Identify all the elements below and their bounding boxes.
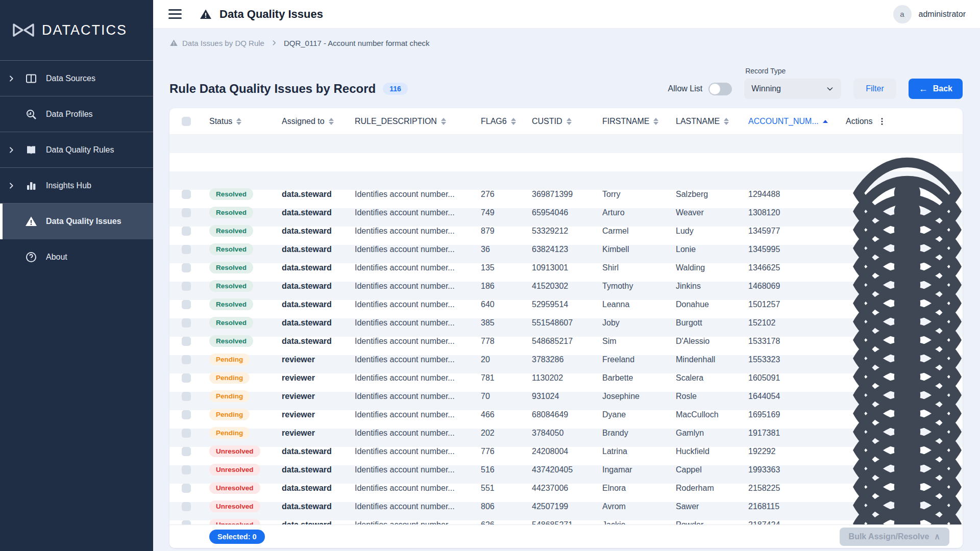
allow-list-toggle[interactable]	[708, 83, 732, 95]
hamburger-menu-icon[interactable]	[168, 9, 182, 19]
sidebar-item-insights-hub[interactable]: Insights Hub	[0, 168, 153, 204]
account-num-cell: 1346625	[748, 263, 846, 272]
status-badge: Unresolved	[209, 519, 260, 524]
back-button[interactable]: ← Back	[909, 79, 963, 99]
status-badge: Resolved	[209, 243, 253, 255]
lastname-cell: Salzberg	[676, 190, 748, 199]
sort-icon[interactable]	[329, 118, 334, 125]
row-checkbox[interactable]	[182, 208, 191, 217]
column-header-assigned-to[interactable]: Assigned to	[282, 117, 355, 126]
status-badge: Unresolved	[209, 500, 260, 512]
custid-cell: 68084649	[532, 410, 602, 419]
row-checkbox[interactable]	[182, 484, 191, 493]
custid-cell: 53329212	[532, 227, 602, 236]
filter-button[interactable]: Filter	[853, 79, 896, 99]
assigned-to-cell: data.steward	[282, 282, 355, 291]
firstname-cell: Avrom	[602, 502, 676, 511]
custid-cell: 1130202	[532, 373, 602, 383]
row-checkbox[interactable]	[182, 355, 191, 364]
sort-icon[interactable]	[567, 118, 572, 125]
sidebar-item-data-quality-rules[interactable]: Data Quality Rules	[0, 132, 153, 168]
row-checkbox[interactable]	[182, 373, 191, 383]
custid-cell: 3784050	[532, 429, 602, 438]
rule-description-cell: Identifies account number...	[355, 337, 481, 346]
status-badge: Unresolved	[209, 482, 260, 494]
column-header-status[interactable]: Status	[209, 117, 282, 126]
account-num-cell: 1308120	[748, 208, 846, 217]
row-checkbox[interactable]	[182, 318, 191, 328]
record-type-select[interactable]: Winning	[744, 79, 841, 99]
column-header-rule-description[interactable]: RULE_DESCRIPTION	[355, 117, 481, 126]
row-checkbox[interactable]	[182, 465, 191, 474]
bar-chart-icon	[24, 179, 38, 192]
row-checkbox[interactable]	[182, 227, 191, 236]
row-checkbox[interactable]	[182, 190, 191, 199]
status-badge: Resolved	[209, 207, 253, 218]
row-checkbox[interactable]	[182, 263, 191, 272]
sidebar-item-about[interactable]: About	[0, 239, 153, 275]
row-checkbox[interactable]	[182, 337, 191, 346]
table-row: Resolveddata.stewardIdentifies account n…	[169, 171, 963, 190]
select-all-checkbox[interactable]	[182, 117, 191, 126]
row-checkbox[interactable]	[182, 392, 191, 401]
sidebar-item-data-profiles[interactable]: Data Profiles	[0, 96, 153, 132]
row-checkbox[interactable]	[182, 410, 191, 419]
assigned-to-cell: data.steward	[282, 465, 355, 474]
record-type-label: Record Type	[745, 67, 841, 75]
row-checkbox[interactable]	[182, 282, 191, 291]
row-checkbox[interactable]	[182, 502, 191, 511]
chevron-right-icon	[271, 39, 278, 46]
account-num-cell: 2158225	[748, 484, 846, 493]
column-header-flag6[interactable]: FLAG6	[481, 117, 532, 126]
sidebar-item-data-sources[interactable]: Data Sources	[0, 61, 153, 96]
flag6-cell: 466	[481, 410, 532, 419]
rule-description-cell: Identifies account number...	[355, 465, 481, 474]
custid-cell: 548685271	[532, 520, 602, 525]
breadcrumb-link-dq-rule[interactable]: Data Issues by DQ Rule	[169, 39, 264, 47]
username[interactable]: administrator	[919, 10, 966, 19]
row-checkbox[interactable]	[182, 447, 191, 456]
assigned-to-cell: data.steward	[282, 300, 355, 309]
sidebar-item-data-quality-issues[interactable]: Data Quality Issues	[0, 204, 153, 239]
assigned-to-cell: data.steward	[282, 263, 355, 272]
sort-icon[interactable]	[724, 118, 729, 125]
bulk-assign-resolve-button[interactable]: Bulk Assign/Resolve ∧	[840, 528, 949, 546]
flag6-cell: 626	[481, 520, 532, 525]
row-checkbox[interactable]	[182, 520, 191, 525]
sort-icon[interactable]	[441, 118, 446, 125]
row-checkbox[interactable]	[182, 245, 191, 254]
row-checkbox[interactable]	[182, 300, 191, 309]
lastname-cell: Gamlyn	[676, 429, 748, 438]
profile-search-icon	[24, 108, 38, 121]
account-num-cell: 1345977	[748, 227, 846, 236]
custid-cell: 41520302	[532, 282, 602, 291]
avatar[interactable]: a	[893, 5, 912, 23]
chevron-up-icon: ∧	[934, 532, 940, 541]
account-num-cell: 1644054	[748, 392, 846, 401]
firstname-cell: Tymothy	[602, 282, 676, 291]
custid-cell: 931024	[532, 392, 602, 401]
account-num-cell: 1294488	[748, 190, 846, 199]
sort-icon[interactable]	[236, 118, 241, 125]
sidebar-item-label: Data Quality Rules	[46, 145, 114, 155]
column-header-custid[interactable]: CUSTID	[532, 117, 602, 126]
sort-asc-icon[interactable]	[823, 120, 828, 123]
status-badge: Unresolved	[209, 464, 260, 475]
assigned-to-cell: reviewer	[282, 392, 355, 401]
custid-cell: 44237006	[532, 484, 602, 493]
column-header-lastname[interactable]: LASTNAME	[676, 117, 748, 126]
column-header-firstname[interactable]: FIRSTNAME	[602, 117, 676, 126]
book-icon	[24, 143, 38, 157]
flag6-cell: 879	[481, 227, 532, 236]
column-header-account-num[interactable]: ACCOUNT_NUM...	[748, 117, 846, 126]
firstname-cell: Shirl	[602, 263, 676, 272]
assigned-to-cell: reviewer	[282, 373, 355, 383]
sort-icon[interactable]	[511, 118, 516, 125]
column-header-actions[interactable]: Actions	[846, 117, 963, 126]
main-area: Data Quality Issues a administrator Data…	[153, 0, 980, 551]
sort-icon[interactable]	[653, 118, 658, 125]
kebab-menu-icon[interactable]	[877, 117, 887, 126]
brand-logo[interactable]: DATACTICS	[0, 0, 153, 61]
status-badge: Resolved	[209, 317, 253, 329]
row-checkbox[interactable]	[182, 429, 191, 438]
